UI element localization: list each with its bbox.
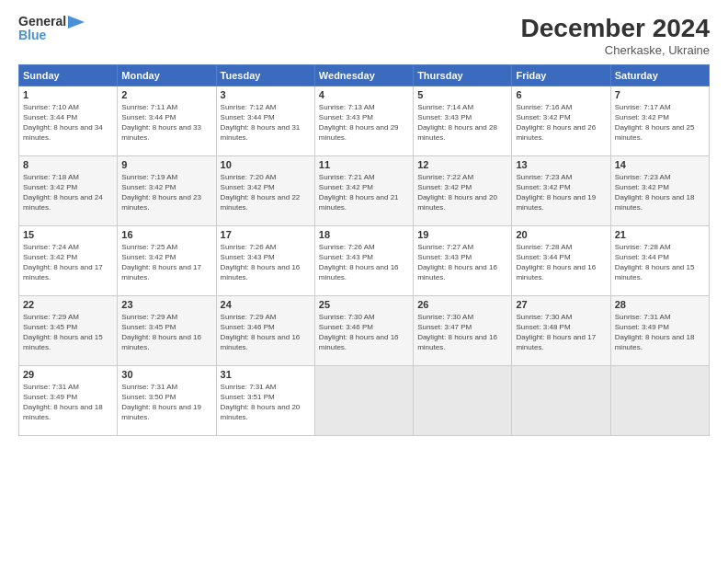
daylight-hours: Daylight: 8 hours and 17 minutes. xyxy=(516,333,596,351)
month-title: December 2024 xyxy=(521,15,710,43)
sunset-time: Sunset: 3:43 PM xyxy=(319,253,373,261)
day-info: Sunrise: 7:21 AM Sunset: 3:42 PM Dayligh… xyxy=(319,172,409,213)
sunrise-time: Sunrise: 7:13 AM xyxy=(319,103,375,111)
sunrise-time: Sunrise: 7:21 AM xyxy=(319,173,375,181)
daylight-hours: Daylight: 8 hours and 26 minutes. xyxy=(516,123,596,142)
calendar-cell: 20 Sunrise: 7:28 AM Sunset: 3:44 PM Dayl… xyxy=(512,225,610,295)
calendar-cell: 12 Sunrise: 7:22 AM Sunset: 3:42 PM Dayl… xyxy=(414,155,512,225)
sunrise-time: Sunrise: 7:14 AM xyxy=(417,103,473,111)
day-info: Sunrise: 7:14 AM Sunset: 3:43 PM Dayligh… xyxy=(417,102,507,144)
sunrise-time: Sunrise: 7:28 AM xyxy=(516,243,572,251)
sunrise-time: Sunrise: 7:22 AM xyxy=(417,173,473,181)
header-wednesday: Wednesday xyxy=(314,64,413,86)
sunrise-time: Sunrise: 7:19 AM xyxy=(121,173,177,181)
calendar-cell: 27 Sunrise: 7:30 AM Sunset: 3:48 PM Dayl… xyxy=(512,295,610,365)
day-number: 24 xyxy=(221,299,311,310)
day-number: 2 xyxy=(121,89,211,100)
daylight-hours: Daylight: 8 hours and 15 minutes. xyxy=(615,263,695,282)
daylight-hours: Daylight: 8 hours and 16 minutes. xyxy=(417,263,497,282)
day-info: Sunrise: 7:31 AM Sunset: 3:51 PM Dayligh… xyxy=(221,382,311,423)
sunrise-time: Sunrise: 7:28 AM xyxy=(615,243,671,251)
calendar-table: Sunday Monday Tuesday Wednesday Thursday… xyxy=(18,64,710,436)
sunset-time: Sunset: 3:44 PM xyxy=(516,253,570,261)
sunrise-time: Sunrise: 7:29 AM xyxy=(121,313,177,321)
daylight-hours: Daylight: 8 hours and 16 minutes. xyxy=(221,333,301,351)
calendar-cell: 13 Sunrise: 7:23 AM Sunset: 3:42 PM Dayl… xyxy=(512,155,610,225)
header-thursday: Thursday xyxy=(414,64,512,86)
sunset-time: Sunset: 3:45 PM xyxy=(121,323,176,331)
sunset-time: Sunset: 3:42 PM xyxy=(23,183,77,191)
calendar-cell: 29 Sunrise: 7:31 AM Sunset: 3:49 PM Dayl… xyxy=(19,365,118,435)
daylight-hours: Daylight: 8 hours and 31 minutes. xyxy=(221,123,301,142)
daylight-hours: Daylight: 8 hours and 23 minutes. xyxy=(121,193,201,212)
sunrise-time: Sunrise: 7:23 AM xyxy=(615,173,671,181)
calendar-cell: 17 Sunrise: 7:26 AM Sunset: 3:43 PM Dayl… xyxy=(216,225,314,295)
calendar-cell: 8 Sunrise: 7:18 AM Sunset: 3:42 PM Dayli… xyxy=(19,155,118,225)
day-number: 18 xyxy=(319,229,409,240)
day-number: 12 xyxy=(417,159,507,170)
sunrise-time: Sunrise: 7:11 AM xyxy=(121,103,177,111)
sunset-time: Sunset: 3:46 PM xyxy=(221,323,275,331)
sunrise-time: Sunrise: 7:31 AM xyxy=(121,383,177,391)
day-number: 20 xyxy=(516,229,606,240)
day-number: 19 xyxy=(417,229,507,240)
calendar-cell: 21 Sunrise: 7:28 AM Sunset: 3:44 PM Dayl… xyxy=(610,225,709,295)
logo-blue: Blue xyxy=(18,29,46,42)
sunset-time: Sunset: 3:42 PM xyxy=(319,183,373,191)
day-info: Sunrise: 7:20 AM Sunset: 3:42 PM Dayligh… xyxy=(221,172,311,213)
daylight-hours: Daylight: 8 hours and 34 minutes. xyxy=(23,123,103,142)
sunrise-time: Sunrise: 7:10 AM xyxy=(23,103,79,111)
calendar-cell xyxy=(414,365,512,435)
sunrise-time: Sunrise: 7:31 AM xyxy=(23,383,79,391)
day-info: Sunrise: 7:16 AM Sunset: 3:42 PM Dayligh… xyxy=(516,102,606,144)
sunset-time: Sunset: 3:44 PM xyxy=(221,113,275,121)
sunrise-time: Sunrise: 7:31 AM xyxy=(221,383,277,391)
sunset-time: Sunset: 3:49 PM xyxy=(23,393,77,401)
location-subtitle: Cherkaske, Ukraine xyxy=(521,43,710,57)
calendar-cell: 1 Sunrise: 7:10 AM Sunset: 3:44 PM Dayli… xyxy=(19,86,118,155)
sunrise-time: Sunrise: 7:26 AM xyxy=(221,243,277,251)
day-number: 1 xyxy=(23,89,113,100)
sunrise-time: Sunrise: 7:30 AM xyxy=(319,313,375,321)
daylight-hours: Daylight: 8 hours and 33 minutes. xyxy=(121,123,201,142)
logo-general: General xyxy=(18,15,66,29)
daylight-hours: Daylight: 8 hours and 18 minutes. xyxy=(615,193,695,212)
sunrise-time: Sunrise: 7:29 AM xyxy=(221,313,277,321)
sunset-time: Sunset: 3:43 PM xyxy=(417,253,472,261)
sunrise-time: Sunrise: 7:17 AM xyxy=(615,103,671,111)
calendar-cell: 26 Sunrise: 7:30 AM Sunset: 3:47 PM Dayl… xyxy=(414,295,512,365)
day-info: Sunrise: 7:23 AM Sunset: 3:42 PM Dayligh… xyxy=(615,172,705,213)
day-number: 31 xyxy=(221,369,311,380)
day-number: 21 xyxy=(615,229,705,240)
sunrise-time: Sunrise: 7:24 AM xyxy=(23,243,79,251)
day-number: 23 xyxy=(121,299,211,310)
calendar-cell: 3 Sunrise: 7:12 AM Sunset: 3:44 PM Dayli… xyxy=(216,86,314,155)
daylight-hours: Daylight: 8 hours and 22 minutes. xyxy=(221,193,301,212)
sunset-time: Sunset: 3:44 PM xyxy=(615,253,669,261)
day-info: Sunrise: 7:26 AM Sunset: 3:43 PM Dayligh… xyxy=(319,242,409,283)
day-info: Sunrise: 7:28 AM Sunset: 3:44 PM Dayligh… xyxy=(516,242,606,283)
day-number: 8 xyxy=(23,159,113,170)
calendar-page: General Blue December 2024 Cherkaske, Uk… xyxy=(0,0,728,563)
daylight-hours: Daylight: 8 hours and 19 minutes. xyxy=(516,193,596,212)
day-number: 11 xyxy=(319,159,409,170)
sunset-time: Sunset: 3:43 PM xyxy=(319,113,373,121)
day-info: Sunrise: 7:25 AM Sunset: 3:42 PM Dayligh… xyxy=(121,242,211,283)
sunset-time: Sunset: 3:42 PM xyxy=(121,253,176,261)
calendar-cell: 6 Sunrise: 7:16 AM Sunset: 3:42 PM Dayli… xyxy=(512,86,610,155)
day-number: 27 xyxy=(516,299,606,310)
calendar-cell: 28 Sunrise: 7:31 AM Sunset: 3:49 PM Dayl… xyxy=(610,295,709,365)
day-info: Sunrise: 7:18 AM Sunset: 3:42 PM Dayligh… xyxy=(23,172,113,213)
calendar-cell: 2 Sunrise: 7:11 AM Sunset: 3:44 PM Dayli… xyxy=(118,86,216,155)
calendar-week-row: 1 Sunrise: 7:10 AM Sunset: 3:44 PM Dayli… xyxy=(19,86,710,155)
calendar-cell: 4 Sunrise: 7:13 AM Sunset: 3:43 PM Dayli… xyxy=(314,86,413,155)
sunset-time: Sunset: 3:43 PM xyxy=(221,253,275,261)
daylight-hours: Daylight: 8 hours and 16 minutes. xyxy=(319,333,399,351)
sunset-time: Sunset: 3:42 PM xyxy=(615,183,669,191)
day-number: 29 xyxy=(23,369,113,380)
daylight-hours: Daylight: 8 hours and 25 minutes. xyxy=(615,123,695,142)
calendar-week-row: 8 Sunrise: 7:18 AM Sunset: 3:42 PM Dayli… xyxy=(19,155,710,225)
sunrise-time: Sunrise: 7:29 AM xyxy=(23,313,79,321)
day-info: Sunrise: 7:31 AM Sunset: 3:49 PM Dayligh… xyxy=(615,312,705,353)
day-number: 9 xyxy=(121,159,211,170)
